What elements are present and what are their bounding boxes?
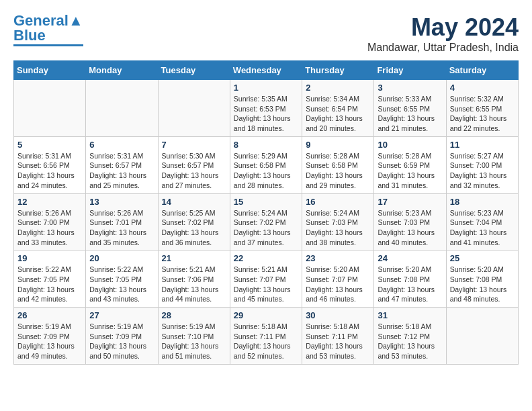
day-number: 10 xyxy=(378,140,442,150)
day-info: Sunrise: 5:19 AM Sunset: 7:09 PM Dayligh… xyxy=(17,322,82,361)
header-thursday: Thursday xyxy=(302,61,374,80)
header-tuesday: Tuesday xyxy=(158,61,230,80)
day-info: Sunrise: 5:19 AM Sunset: 7:10 PM Dayligh… xyxy=(162,322,226,361)
day-info: Sunrise: 5:27 AM Sunset: 7:00 PM Dayligh… xyxy=(450,151,515,191)
calendar-cell: 18Sunrise: 5:23 AM Sunset: 7:04 PM Dayli… xyxy=(446,193,518,250)
page-header: General▲Blue May 2024 Mandawar, Uttar Pr… xyxy=(13,13,519,54)
calendar-cell xyxy=(446,308,518,365)
day-info: Sunrise: 5:35 AM Sunset: 6:53 PM Dayligh… xyxy=(234,94,298,134)
calendar-cell: 9Sunrise: 5:28 AM Sunset: 6:58 PM Daylig… xyxy=(302,136,374,193)
calendar-cell: 10Sunrise: 5:28 AM Sunset: 6:59 PM Dayli… xyxy=(374,136,446,193)
header-saturday: Saturday xyxy=(446,61,518,80)
day-number: 22 xyxy=(234,253,298,263)
calendar-cell: 22Sunrise: 5:21 AM Sunset: 7:07 PM Dayli… xyxy=(230,250,302,308)
calendar-cell: 19Sunrise: 5:22 AM Sunset: 7:05 PM Dayli… xyxy=(14,250,86,308)
day-info: Sunrise: 5:23 AM Sunset: 7:04 PM Dayligh… xyxy=(450,208,515,248)
calendar-cell: 11Sunrise: 5:27 AM Sunset: 7:00 PM Dayli… xyxy=(446,136,518,193)
calendar-week-4: 19Sunrise: 5:22 AM Sunset: 7:05 PM Dayli… xyxy=(14,250,519,308)
calendar-cell: 23Sunrise: 5:20 AM Sunset: 7:07 PM Dayli… xyxy=(302,250,374,308)
calendar-cell xyxy=(158,80,230,137)
calendar-cell: 29Sunrise: 5:18 AM Sunset: 7:11 PM Dayli… xyxy=(230,308,302,365)
title-block: May 2024 Mandawar, Uttar Pradesh, India xyxy=(367,13,519,54)
day-number: 31 xyxy=(378,310,442,320)
day-info: Sunrise: 5:18 AM Sunset: 7:11 PM Dayligh… xyxy=(306,322,370,361)
day-info: Sunrise: 5:20 AM Sunset: 7:07 PM Dayligh… xyxy=(306,265,370,304)
calendar-cell: 5Sunrise: 5:31 AM Sunset: 6:56 PM Daylig… xyxy=(14,136,86,193)
day-number: 29 xyxy=(234,310,298,320)
calendar-cell xyxy=(14,80,86,137)
day-info: Sunrise: 5:32 AM Sunset: 6:55 PM Dayligh… xyxy=(450,94,515,134)
day-number: 8 xyxy=(234,140,298,150)
day-number: 20 xyxy=(89,253,154,263)
calendar-cell: 20Sunrise: 5:22 AM Sunset: 7:05 PM Dayli… xyxy=(86,250,158,308)
calendar-week-5: 26Sunrise: 5:19 AM Sunset: 7:09 PM Dayli… xyxy=(14,308,519,365)
calendar-cell: 27Sunrise: 5:19 AM Sunset: 7:09 PM Dayli… xyxy=(86,308,158,365)
logo: General▲Blue xyxy=(13,13,83,46)
day-info: Sunrise: 5:19 AM Sunset: 7:09 PM Dayligh… xyxy=(89,322,154,361)
day-info: Sunrise: 5:26 AM Sunset: 7:01 PM Dayligh… xyxy=(89,208,154,248)
day-info: Sunrise: 5:31 AM Sunset: 6:56 PM Dayligh… xyxy=(17,151,82,191)
header-sunday: Sunday xyxy=(14,61,86,80)
day-info: Sunrise: 5:33 AM Sunset: 6:55 PM Dayligh… xyxy=(378,94,442,134)
day-number: 28 xyxy=(162,310,226,320)
calendar-week-3: 12Sunrise: 5:26 AM Sunset: 7:00 PM Dayli… xyxy=(14,193,519,250)
calendar-cell: 4Sunrise: 5:32 AM Sunset: 6:55 PM Daylig… xyxy=(446,80,518,137)
day-number: 14 xyxy=(162,197,226,207)
calendar-cell: 6Sunrise: 5:31 AM Sunset: 6:57 PM Daylig… xyxy=(86,136,158,193)
calendar-cell: 16Sunrise: 5:24 AM Sunset: 7:03 PM Dayli… xyxy=(302,193,374,250)
calendar-cell: 14Sunrise: 5:25 AM Sunset: 7:02 PM Dayli… xyxy=(158,193,230,250)
header-monday: Monday xyxy=(86,61,158,80)
calendar-week-2: 5Sunrise: 5:31 AM Sunset: 6:56 PM Daylig… xyxy=(14,136,519,193)
calendar-week-1: 1Sunrise: 5:35 AM Sunset: 6:53 PM Daylig… xyxy=(14,80,519,137)
calendar-cell: 24Sunrise: 5:20 AM Sunset: 7:08 PM Dayli… xyxy=(374,250,446,308)
day-info: Sunrise: 5:34 AM Sunset: 6:54 PM Dayligh… xyxy=(306,94,370,134)
day-number: 4 xyxy=(450,83,515,93)
day-number: 25 xyxy=(450,253,515,263)
day-number: 16 xyxy=(306,197,370,207)
day-info: Sunrise: 5:22 AM Sunset: 7:05 PM Dayligh… xyxy=(17,265,82,304)
calendar-cell xyxy=(86,80,158,137)
day-number: 17 xyxy=(378,197,442,207)
logo-blue-text: Blue xyxy=(13,27,46,44)
day-number: 15 xyxy=(234,197,298,207)
calendar-cell: 25Sunrise: 5:20 AM Sunset: 7:08 PM Dayli… xyxy=(446,250,518,308)
day-number: 1 xyxy=(234,83,298,93)
day-number: 27 xyxy=(89,310,154,320)
logo-underline xyxy=(13,44,83,46)
day-info: Sunrise: 5:29 AM Sunset: 6:58 PM Dayligh… xyxy=(234,151,298,191)
calendar-cell: 1Sunrise: 5:35 AM Sunset: 6:53 PM Daylig… xyxy=(230,80,302,137)
calendar-cell: 30Sunrise: 5:18 AM Sunset: 7:11 PM Dayli… xyxy=(302,308,374,365)
calendar-cell: 15Sunrise: 5:24 AM Sunset: 7:02 PM Dayli… xyxy=(230,193,302,250)
day-info: Sunrise: 5:25 AM Sunset: 7:02 PM Dayligh… xyxy=(162,208,226,248)
logo-text: General▲Blue xyxy=(13,13,83,43)
logo-blue: ▲ xyxy=(69,12,83,29)
day-number: 9 xyxy=(306,140,370,150)
day-number: 2 xyxy=(306,83,370,93)
calendar-cell: 12Sunrise: 5:26 AM Sunset: 7:00 PM Dayli… xyxy=(14,193,86,250)
calendar-cell: 3Sunrise: 5:33 AM Sunset: 6:55 PM Daylig… xyxy=(374,80,446,137)
day-info: Sunrise: 5:21 AM Sunset: 7:06 PM Dayligh… xyxy=(162,265,226,304)
day-number: 24 xyxy=(378,253,442,263)
day-info: Sunrise: 5:23 AM Sunset: 7:03 PM Dayligh… xyxy=(378,208,442,248)
calendar-cell: 13Sunrise: 5:26 AM Sunset: 7:01 PM Dayli… xyxy=(86,193,158,250)
header-friday: Friday xyxy=(374,61,446,80)
day-info: Sunrise: 5:18 AM Sunset: 7:11 PM Dayligh… xyxy=(234,322,298,361)
month-title: May 2024 xyxy=(367,13,519,42)
day-info: Sunrise: 5:31 AM Sunset: 6:57 PM Dayligh… xyxy=(89,151,154,191)
day-info: Sunrise: 5:20 AM Sunset: 7:08 PM Dayligh… xyxy=(378,265,442,304)
day-number: 7 xyxy=(162,140,226,150)
location: Mandawar, Uttar Pradesh, India xyxy=(367,42,519,54)
day-info: Sunrise: 5:24 AM Sunset: 7:03 PM Dayligh… xyxy=(306,208,370,248)
calendar-cell: 26Sunrise: 5:19 AM Sunset: 7:09 PM Dayli… xyxy=(14,308,86,365)
day-number: 19 xyxy=(17,253,82,263)
day-number: 11 xyxy=(450,140,515,150)
day-info: Sunrise: 5:30 AM Sunset: 6:57 PM Dayligh… xyxy=(162,151,226,191)
calendar-cell: 28Sunrise: 5:19 AM Sunset: 7:10 PM Dayli… xyxy=(158,308,230,365)
day-info: Sunrise: 5:28 AM Sunset: 6:59 PM Dayligh… xyxy=(378,151,442,191)
day-info: Sunrise: 5:18 AM Sunset: 7:12 PM Dayligh… xyxy=(378,322,442,361)
day-info: Sunrise: 5:24 AM Sunset: 7:02 PM Dayligh… xyxy=(234,208,298,248)
day-number: 21 xyxy=(162,253,226,263)
day-number: 23 xyxy=(306,253,370,263)
day-info: Sunrise: 5:21 AM Sunset: 7:07 PM Dayligh… xyxy=(234,265,298,304)
day-number: 12 xyxy=(17,197,82,207)
